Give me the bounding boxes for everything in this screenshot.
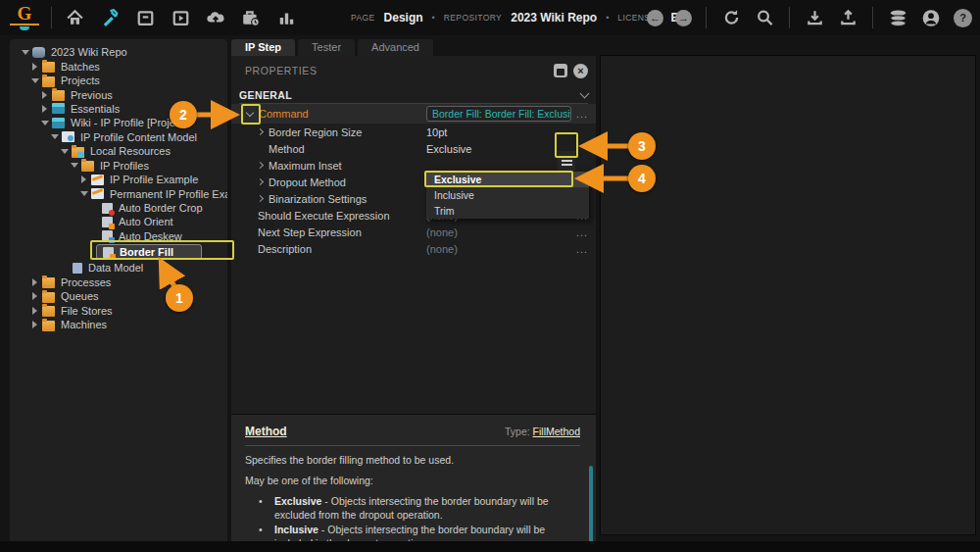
data-model-icon	[73, 263, 82, 274]
property-row-description[interactable]: Description (none) ...	[231, 240, 596, 257]
expand-caret-icon[interactable]	[39, 91, 50, 99]
tree-item-previous[interactable]: Previous	[10, 87, 227, 101]
tree-item-queues[interactable]: Queues	[10, 289, 227, 303]
ip-step-icon	[102, 217, 113, 227]
property-value[interactable]: (none)	[426, 243, 458, 255]
help-scrollbar[interactable]	[589, 466, 593, 541]
highlight-box-dropdown-button	[555, 132, 578, 158]
command-value-field[interactable]: Border Fill: Border Fill: Exclusive	[426, 106, 571, 122]
refresh-icon[interactable]	[720, 7, 742, 28]
general-section-header[interactable]: GENERAL	[239, 86, 588, 104]
tab-tester[interactable]: Tester	[298, 39, 355, 56]
expand-caret-icon[interactable]	[59, 149, 70, 154]
tree-item-repo-root[interactable]: 2023 Wiki Repo	[10, 45, 227, 59]
top-toolbar: G	[0, 0, 980, 35]
property-value[interactable]: 10pt	[426, 126, 447, 138]
property-row-command[interactable]: Command Border Fill: Border Fill: Exclus…	[231, 104, 596, 124]
tab-advanced[interactable]: Advanced	[358, 39, 433, 56]
hamburger-icon	[562, 160, 572, 162]
highlight-box-command-chevron	[241, 104, 261, 125]
property-value[interactable]: Exclusive	[426, 143, 471, 155]
expand-chevron-icon[interactable]	[257, 178, 264, 185]
tree-item-auto-border-crop[interactable]: Auto Border Crop	[10, 201, 227, 215]
expand-caret-icon[interactable]	[39, 105, 50, 113]
detail-tabs: IP Step Tester Advanced	[231, 39, 596, 56]
property-row-border-region-size[interactable]: Border Region Size 10pt	[231, 124, 596, 140]
upload-icon[interactable]	[837, 7, 858, 28]
expand-chevron-icon[interactable]	[257, 128, 264, 135]
grooper-logo-icon[interactable]: G	[10, 4, 39, 31]
search-icon[interactable]	[754, 7, 775, 28]
tree-item-processes[interactable]: Processes	[10, 276, 227, 289]
dropdown-option-trim[interactable]: Trim	[426, 203, 589, 219]
expand-chevron-icon[interactable]	[257, 195, 264, 202]
expand-caret-icon[interactable]	[29, 78, 40, 83]
tree-item-ip-profiles[interactable]: IP Profiles	[10, 159, 227, 173]
tab-ip-step[interactable]: IP Step	[231, 39, 295, 56]
dropdown-option-inclusive[interactable]: Inclusive	[426, 187, 589, 203]
expand-caret-icon[interactable]	[39, 121, 50, 125]
forward-button[interactable]: →	[675, 10, 692, 26]
page-value[interactable]: Design	[384, 11, 423, 25]
property-row-method[interactable]: Method Exclusive	[231, 140, 596, 157]
folder-icon	[81, 161, 94, 172]
close-icon[interactable]: ×	[573, 64, 588, 78]
expand-caret-icon[interactable]	[49, 134, 60, 139]
expand-caret-icon[interactable]	[78, 191, 89, 196]
callout-badge-1: 1	[166, 284, 193, 312]
repository-label: REPOSITORY	[444, 13, 502, 23]
expand-caret-icon[interactable]	[29, 278, 40, 286]
help-title: Method	[245, 425, 505, 438]
ellipsis-button[interactable]: ...	[576, 243, 588, 255]
property-value[interactable]: (none)	[426, 226, 458, 238]
tree-item-permanent-ip-profile-example[interactable]: Permanent IP Profile Example	[10, 186, 227, 200]
ip-profile-icon	[91, 188, 104, 199]
folder-icon	[42, 76, 55, 87]
property-help-panel: Method Type: FillMethod Specifies the bo…	[231, 414, 596, 541]
home-icon[interactable]	[64, 7, 85, 28]
batches-box-icon[interactable]	[134, 7, 156, 28]
expand-caret-icon[interactable]	[20, 50, 30, 55]
expand-caret-icon[interactable]	[69, 163, 79, 168]
jobs-briefcase-clock-icon[interactable]	[240, 7, 262, 28]
cloud-upload-icon[interactable]	[205, 7, 226, 28]
tree-item-batches[interactable]: Batches	[10, 59, 227, 73]
property-row-next-step-expression[interactable]: Next Step Expression (none) ...	[231, 224, 596, 240]
expand-caret-icon[interactable]	[29, 307, 40, 315]
folder-icon	[42, 321, 55, 331]
expand-caret-icon[interactable]	[29, 292, 40, 300]
help-bullet-list: Exclusive - Objects intersecting the bor…	[270, 495, 580, 541]
design-tools-icon[interactable]	[99, 7, 121, 28]
database-icon[interactable]	[887, 7, 908, 28]
breadcrumb: PAGE Design • REPOSITORY 2023 Wiki Repo …	[351, 0, 691, 35]
media-play-box-icon[interactable]	[170, 7, 191, 28]
divider	[51, 7, 52, 28]
properties-panel: PROPERTIES × GENERAL Command Border Fill…	[231, 56, 596, 541]
help-bullet: Exclusive - Objects intersecting the bor…	[270, 495, 580, 523]
stats-bar-chart-icon[interactable]	[275, 7, 297, 28]
divider	[706, 7, 707, 28]
user-account-icon[interactable]	[920, 7, 942, 28]
ellipsis-button[interactable]: ...	[576, 108, 588, 120]
tree-item-local-resources[interactable]: Local Resources	[10, 144, 227, 158]
help-icon[interactable]: ?	[954, 9, 972, 27]
expand-caret-icon[interactable]	[29, 321, 40, 328]
content-model-icon	[62, 131, 74, 142]
download-icon[interactable]	[804, 7, 825, 28]
expand-caret-icon[interactable]	[78, 176, 89, 183]
tree-item-auto-orient[interactable]: Auto Orient	[10, 215, 227, 228]
save-icon[interactable]	[554, 64, 567, 77]
tree-item-file-stores[interactable]: File Stores	[10, 303, 227, 317]
back-button[interactable]: ←	[647, 10, 663, 26]
tree-item-ip-profile-content-model[interactable]: IP Profile Content Model	[10, 130, 227, 144]
collapse-chevron-icon[interactable]	[580, 88, 590, 98]
tree-item-projects[interactable]: Projects	[10, 74, 227, 87]
expand-caret-icon[interactable]	[29, 63, 40, 71]
repository-value[interactable]: 2023 Wiki Repo	[511, 11, 597, 25]
expand-chevron-icon[interactable]	[257, 162, 264, 169]
tree-item-machines[interactable]: Machines	[10, 318, 227, 331]
type-link[interactable]: FillMethod	[533, 426, 580, 437]
ellipsis-button[interactable]: ...	[576, 226, 588, 238]
tree-item-ip-profile-example[interactable]: IP Profile Example	[10, 173, 227, 186]
tree-item-data-model[interactable]: Data Model	[10, 261, 227, 275]
